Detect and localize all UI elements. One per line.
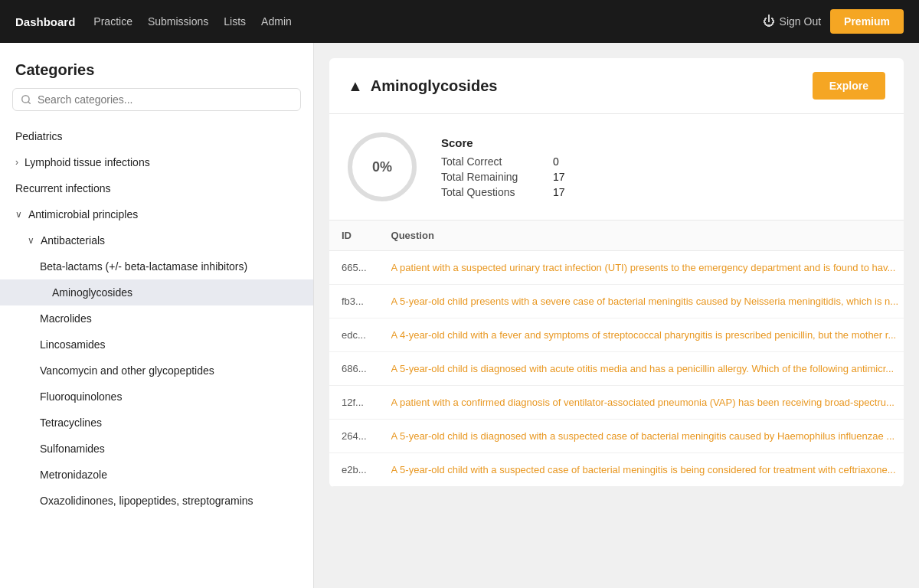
score-details: Score Total Correct 0 Total Remaining 17… [441,136,565,198]
sidebar-item-label: Oxazolidinones, lipopeptides, streptogra… [40,495,253,507]
table-row: 264... A 5-year-old child is diagnosed w… [329,420,904,453]
question-link[interactable]: A 5-year-old child is diagnosed with a s… [391,430,899,442]
chevron-down-icon: ∨ [15,209,22,220]
total-remaining-label: Total Remaining [441,171,541,183]
col-question-header: Question [379,220,904,251]
sidebar-item-label: Antibacterials [41,234,105,247]
total-correct-value: 0 [553,155,559,168]
nav-right: ⏻ Sign Out Premium [763,9,904,34]
nav-brand[interactable]: Dashboard [15,15,75,28]
sidebar-item-recurrent[interactable]: Recurrent infections [0,175,313,201]
nav-practice[interactable]: Practice [93,15,132,28]
sidebar-search [0,88,313,120]
explore-button[interactable]: Explore [813,72,885,100]
question-link[interactable]: A 5-year-old child is diagnosed with acu… [391,363,899,374]
question-cell: A 5-year-old child presents with a sever… [379,285,904,318]
question-link[interactable]: A patient with a suspected urinary tract… [391,262,899,273]
question-id: 12f... [329,386,379,420]
chevron-down-icon: ∨ [28,235,34,246]
premium-button[interactable]: Premium [830,9,904,34]
sidebar-nav: Pediatrics › Lymphoid tissue infections … [0,120,313,588]
sidebar-item-label: Lymphoid tissue infections [25,156,150,168]
question-cell: A 4-year-old child with a fever and symp… [379,318,904,352]
navbar: Dashboard Practice Submissions Lists Adm… [0,0,919,43]
sidebar-title: Categories [0,43,313,88]
sidebar-item-pediatrics[interactable]: Pediatrics [0,123,313,149]
questions-table: ID Question 665... A patient with a susp… [329,220,904,487]
sidebar-item-label: Tetracyclines [40,416,102,429]
sidebar-item-label: Antimicrobial principles [28,208,138,220]
sidebar-item-label: Aminoglycosides [52,286,132,299]
score-title: Score [441,136,565,149]
question-link[interactable]: A 5-year-old child presents with a sever… [391,296,899,307]
question-cell: A patient with a suspected urinary tract… [379,251,904,285]
total-remaining-value: 17 [553,171,565,183]
sidebar-item-label: Metronidazole [40,469,107,481]
sidebar-item-oxazolidinones[interactable]: Oxazolidinones, lipopeptides, streptogra… [0,488,313,514]
sidebar-item-antimicrobial[interactable]: ∨ Antimicrobial principles [0,201,313,227]
score-circle: 0% [348,132,417,201]
question-id: 665... [329,251,379,285]
question-id: edc... [329,318,379,352]
table-row: fb3... A 5-year-old child presents with … [329,285,904,318]
page-title: Aminoglycosides [371,77,498,95]
question-link[interactable]: A patient with a confirmed diagnosis of … [391,397,899,408]
main-layout: Categories Pediatrics › Lymphoid tissue … [0,43,919,588]
sidebar-item-label: Recurrent infections [15,182,111,194]
content-title: ▲ Aminoglycosides [348,77,497,95]
sign-out-button[interactable]: ⏻ Sign Out [763,15,821,28]
sidebar-item-lymphoid[interactable]: › Lymphoid tissue infections [0,149,313,175]
main-content: ▲ Aminoglycosides Explore 0% Score Total… [314,43,919,588]
search-wrapper [12,88,301,111]
question-id: 264... [329,420,379,453]
sidebar-item-label: Fluoroquinolones [40,390,122,403]
sidebar-item-metronidazole[interactable]: Metronidazole [0,462,313,488]
total-correct-label: Total Correct [441,155,541,168]
question-cell: A 5-year-old child is diagnosed with acu… [379,352,904,386]
score-section: 0% Score Total Correct 0 Total Remaining… [329,114,904,220]
sidebar-item-antibacterials[interactable]: ∨ Antibacterials [0,227,313,253]
nav-links: Practice Submissions Lists Admin [93,15,744,28]
nav-lists[interactable]: Lists [224,15,246,28]
sidebar-item-label: Beta-lactams (+/- beta-lactamase inhibit… [40,260,247,273]
table-row: e2b... A 5-year-old child with a suspect… [329,453,904,487]
score-row-remaining: Total Remaining 17 [441,171,565,183]
question-id: e2b... [329,453,379,487]
question-id: 686... [329,352,379,386]
sidebar-item-label: Sulfonamides [40,443,105,455]
total-questions-label: Total Questions [441,186,541,198]
sidebar-item-macrolides[interactable]: Macrolides [0,305,313,332]
sidebar-item-aminoglycosides[interactable]: Aminoglycosides [0,279,313,305]
table-row: edc... A 4-year-old child with a fever a… [329,318,904,352]
search-input[interactable] [38,93,293,106]
table-header-row: ID Question [329,220,904,251]
question-link[interactable]: A 5-year-old child with a suspected case… [391,464,899,475]
nav-admin[interactable]: Admin [261,15,292,28]
question-id: fb3... [329,285,379,318]
nav-submissions[interactable]: Submissions [148,15,208,28]
question-cell: A 5-year-old child is diagnosed with a s… [379,420,904,453]
sidebar-item-label: Lincosamides [40,338,106,351]
sidebar-item-label: Pediatrics [15,130,62,142]
content-card: ▲ Aminoglycosides Explore 0% Score Total… [329,58,904,487]
sidebar-item-betalactams[interactable]: Beta-lactams (+/- beta-lactamase inhibit… [0,253,313,279]
sidebar-item-sulfonamides[interactable]: Sulfonamides [0,436,313,462]
sidebar-item-lincosamides[interactable]: Lincosamides [0,332,313,358]
question-cell: A 5-year-old child with a suspected case… [379,453,904,487]
sidebar-item-fluoroquinolones[interactable]: Fluoroquinolones [0,384,313,410]
total-questions-value: 17 [553,186,565,198]
sidebar-item-tetracyclines[interactable]: Tetracyclines [0,410,313,436]
score-percentage: 0% [372,159,392,175]
sidebar-item-vancomycin[interactable]: Vancomycin and other glycopeptides [0,358,313,384]
search-icon [21,94,31,105]
col-id-header: ID [329,220,379,251]
score-row-correct: Total Correct 0 [441,155,565,168]
sidebar: Categories Pediatrics › Lymphoid tissue … [0,43,314,588]
question-link[interactable]: A 4-year-old child with a fever and symp… [391,329,899,341]
sidebar-item-label: Macrolides [40,312,92,325]
category-icon: ▲ [348,77,363,95]
score-row-total: Total Questions 17 [441,186,565,198]
table-row: 665... A patient with a suspected urinar… [329,251,904,285]
table-row: 12f... A patient with a confirmed diagno… [329,386,904,420]
sidebar-item-label: Vancomycin and other glycopeptides [40,364,214,377]
